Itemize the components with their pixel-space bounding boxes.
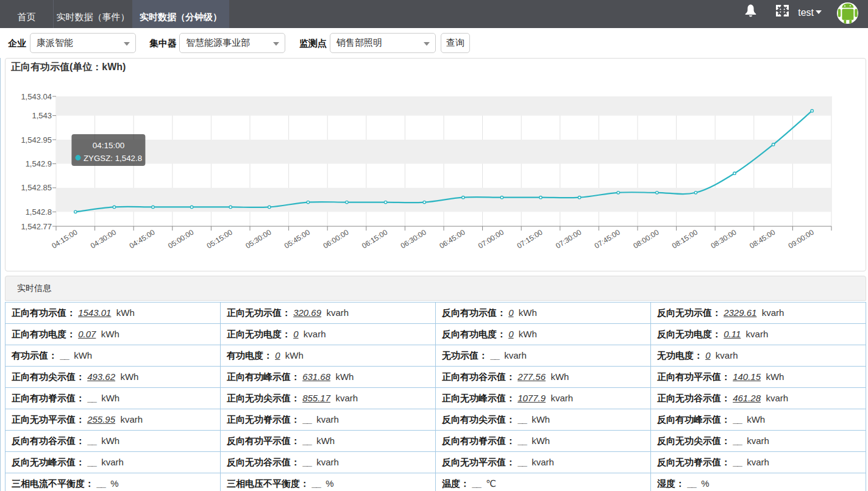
svg-text:04:15:00: 04:15:00: [50, 228, 79, 251]
svg-text:1,542.85: 1,542.85: [21, 183, 52, 192]
svg-text:08:30:00: 08:30:00: [710, 228, 738, 251]
svg-text:05:15:00: 05:15:00: [205, 228, 234, 251]
svg-text:05:45:00: 05:45:00: [283, 228, 311, 251]
svg-text:1,542.77: 1,542.77: [21, 222, 52, 231]
svg-text:09:00:00: 09:00:00: [787, 228, 816, 251]
svg-text:08:15:00: 08:15:00: [671, 228, 699, 251]
svg-text:07:15:00: 07:15:00: [516, 228, 544, 251]
svg-text:04:30:00: 04:30:00: [89, 228, 118, 251]
svg-text:06:00:00: 06:00:00: [322, 228, 350, 251]
svg-text:04:15:00: 04:15:00: [93, 141, 125, 150]
svg-text:1,542.8: 1,542.8: [26, 207, 52, 217]
svg-text:07:00:00: 07:00:00: [477, 228, 505, 251]
svg-text:07:30:00: 07:30:00: [554, 228, 583, 251]
svg-text:08:00:00: 08:00:00: [631, 228, 660, 251]
svg-text:ZYGSZ: 1,542.8: ZYGSZ: 1,542.8: [84, 154, 142, 163]
svg-text:1,543.04: 1,543.04: [21, 92, 52, 101]
svg-text:05:30:00: 05:30:00: [244, 228, 272, 251]
svg-text:1,542.9: 1,542.9: [26, 159, 52, 168]
svg-text:06:45:00: 06:45:00: [438, 228, 466, 251]
svg-text:05:00:00: 05:00:00: [166, 228, 195, 251]
svg-text:07:45:00: 07:45:00: [593, 228, 622, 251]
svg-text:06:15:00: 06:15:00: [360, 228, 389, 251]
svg-text:04:45:00: 04:45:00: [128, 228, 157, 251]
svg-text:08:45:00: 08:45:00: [748, 228, 777, 251]
svg-text:06:30:00: 06:30:00: [399, 228, 428, 251]
svg-text:1,543: 1,543: [32, 111, 52, 120]
svg-text:1,542.95: 1,542.95: [21, 135, 52, 145]
